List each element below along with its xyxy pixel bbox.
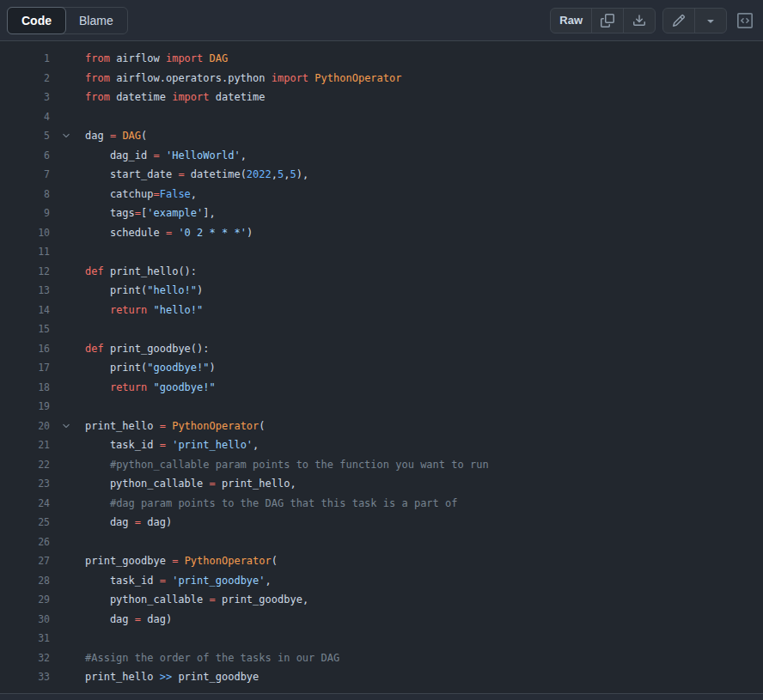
code-text: dag = dag) [85,613,172,625]
code-text: return "goodbye!" [85,381,216,393]
code-text: print("goodbye!") [85,362,216,374]
code-line: 7 start_date = datetime(2022,5,5), [0,165,763,185]
fold-chevron-icon[interactable] [50,131,85,141]
code-line: 4 [0,107,763,127]
code-text: python_callable = print_hello, [85,478,296,490]
edit-button[interactable] [663,9,694,33]
code-text: def print_hello(): [85,265,197,277]
line-number[interactable]: 2 [0,72,50,84]
edit-group [662,8,727,33]
code-text: from datetime import datetime [85,91,266,103]
code-text: print_goodbye = PythonOperator( [85,555,278,567]
code-text: from airflow import DAG [85,52,228,64]
line-number[interactable]: 17 [0,362,50,374]
code-line: 12def print_hello(): [0,262,763,282]
code-line: 8 catchup=False, [0,185,763,204]
code-line: 19 [0,397,763,417]
code-text: print("hello!") [85,284,203,296]
code-text: task_id = 'print_goodbye', [85,575,272,587]
code-line: 20print_hello = PythonOperator( [0,417,763,436]
line-number[interactable]: 29 [0,593,50,606]
download-icon [632,14,646,27]
tab-code[interactable]: Code [7,7,66,34]
code-line: 33print_hello >> print_goodbye [0,667,763,687]
line-number[interactable]: 15 [0,323,50,335]
line-number[interactable]: 20 [0,420,50,432]
code-text: dag_id = 'HelloWorld', [85,149,247,161]
line-number[interactable]: 23 [0,478,50,490]
download-button[interactable] [623,9,655,33]
line-number[interactable]: 27 [0,555,50,567]
code-panel-bottom-edge [0,693,763,700]
line-number[interactable]: 10 [0,227,50,239]
line-number[interactable]: 13 [0,284,50,296]
code-text: #dag param points to the DAG that this t… [85,497,457,509]
code-text: python_callable = print_goodbye, [85,593,308,606]
line-number[interactable]: 30 [0,613,50,625]
code-text: dag = DAG( [85,130,147,142]
line-number[interactable]: 16 [0,343,50,355]
code-text: start_date = datetime(2022,5,5), [85,168,308,180]
code-line: 11 [0,242,763,262]
line-number[interactable]: 5 [0,130,50,142]
code-text: schedule = '0 2 * * *') [85,227,253,239]
code-line: 2from airflow.operators.python import Py… [0,69,763,88]
code-text: tags=['example'], [85,207,216,219]
code-lines: 1from airflow import DAG2from airflow.op… [0,49,763,687]
line-number[interactable]: 24 [0,497,50,509]
line-number[interactable]: 26 [0,536,50,548]
code-line: 30 dag = dag) [0,610,763,630]
code-line: 9 tags=['example'], [0,204,763,223]
line-number[interactable]: 8 [0,188,50,200]
code-line: 5dag = DAG( [0,126,763,146]
line-number[interactable]: 9 [0,207,50,219]
code-line: 17 print("goodbye!") [0,358,763,378]
raw-copy-download-group: Raw [550,8,656,33]
code-line: 27print_goodbye = PythonOperator( [0,551,763,571]
line-number[interactable]: 25 [0,516,50,528]
code-text: task_id = 'print_hello', [85,439,259,451]
code-text: catchup=False, [85,188,197,200]
line-number[interactable]: 3 [0,91,50,103]
triangle-down-icon [704,14,717,27]
line-number[interactable]: 31 [0,632,50,644]
code-line: 26 [0,533,763,552]
code-line: 10 schedule = '0 2 * * *') [0,223,763,243]
line-number[interactable]: 12 [0,265,50,277]
line-number[interactable]: 32 [0,652,50,664]
code-line: 3from datetime import datetime [0,88,763,107]
code-text: print_hello >> print_goodbye [85,671,259,683]
line-number[interactable]: 1 [0,52,50,64]
code-text: def print_goodbye(): [85,343,210,355]
raw-button[interactable]: Raw [551,9,591,33]
line-number[interactable]: 14 [0,304,50,316]
line-number[interactable]: 6 [0,149,50,161]
line-number[interactable]: 18 [0,381,50,393]
symbols-panel-button[interactable] [734,9,756,32]
line-number[interactable]: 33 [0,671,50,683]
code-line: 21 task_id = 'print_hello', [0,435,763,455]
code-line: 15 [0,320,763,339]
tab-blame[interactable]: Blame [65,8,127,33]
line-number[interactable]: 7 [0,168,50,180]
copy-button[interactable] [591,9,623,33]
line-number[interactable]: 28 [0,575,50,587]
code-square-icon [737,13,753,28]
code-line: 18 return "goodbye!" [0,378,763,398]
line-number[interactable]: 21 [0,439,50,451]
code-line: 28 task_id = 'print_goodbye', [0,571,763,591]
code-line: 23 python_callable = print_hello, [0,474,763,494]
line-number[interactable]: 4 [0,111,50,123]
code-blame-switcher: Code Blame [7,7,128,34]
fold-chevron-icon[interactable] [50,421,85,431]
code-text: from airflow.operators.python import Pyt… [85,72,402,84]
line-number[interactable]: 11 [0,246,50,258]
code-text: dag = dag) [85,516,172,528]
toolbar-actions: Raw [550,8,756,33]
copy-icon [601,14,614,27]
line-number[interactable]: 19 [0,400,50,412]
line-number[interactable]: 22 [0,459,50,471]
pencil-icon [672,14,686,27]
edit-dropdown-button[interactable] [694,9,726,33]
code-line: 29 python_callable = print_goodbye, [0,590,763,610]
